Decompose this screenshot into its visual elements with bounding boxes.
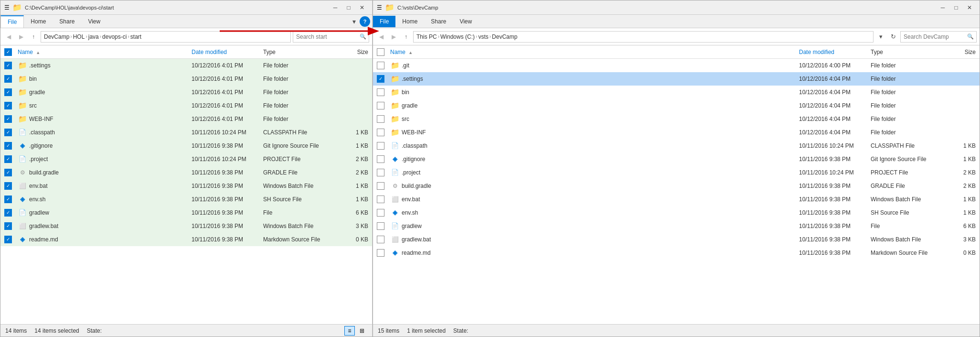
right-minimize-button[interactable]: ─ [937, 3, 949, 12]
left-details-view-btn[interactable]: ≡ [344, 326, 355, 336]
right-col-name[interactable]: Name ▲ [390, 49, 799, 55]
right-tab-share[interactable]: Share [424, 16, 453, 27]
right-window-controls: ─ □ ✕ [937, 3, 976, 12]
table-row[interactable]: ⬜ gradlew.bat 10/11/2016 9:38 PM Windows… [373, 233, 980, 246]
left-select-all-checkbox[interactable]: ✓ [4, 48, 12, 56]
right-maximize-button[interactable]: □ [950, 3, 962, 12]
row-checkbox[interactable] [377, 196, 384, 203]
right-col-date[interactable]: Date modified [799, 49, 871, 55]
row-checkbox[interactable] [377, 222, 384, 230]
row-checkbox[interactable] [377, 155, 384, 163]
table-row[interactable]: ◈ env.sh 10/11/2016 9:38 PM SH Source Fi… [373, 206, 980, 219]
table-row[interactable]: 📁 src 10/12/2016 4:04 PM File folder [373, 112, 980, 126]
table-row[interactable]: ✓ 📁 .settings 10/12/2016 4:04 PM File fo… [373, 72, 980, 86]
table-row[interactable]: ✓ 📁 bin 10/12/2016 4:01 PM File folder [0, 72, 372, 86]
row-checkbox[interactable]: ✓ [4, 182, 12, 190]
row-type: Git Ignore Source File [871, 156, 947, 163]
left-col-date[interactable]: Date modified [192, 49, 263, 55]
left-back-button[interactable]: ◀ [3, 32, 14, 42]
table-row[interactable]: ✓ 📄 gradlew 10/11/2016 9:38 PM File 6 KB [0, 206, 372, 219]
right-up-button[interactable]: ↑ [401, 32, 411, 42]
table-row[interactable]: 📄 .classpath 10/11/2016 10:24 PM CLASSPA… [373, 139, 980, 152]
row-checkbox[interactable]: ✓ [4, 196, 12, 203]
left-tab-share[interactable]: Share [53, 16, 81, 27]
table-row[interactable]: 📄 .project 10/11/2016 10:24 PM PROJECT F… [373, 166, 980, 179]
left-item-count: 14 items [5, 327, 27, 334]
left-close-button[interactable]: ✕ [356, 3, 368, 12]
row-checkbox[interactable] [377, 182, 384, 190]
row-checkbox[interactable] [377, 209, 384, 217]
right-tab-file[interactable]: File [373, 16, 395, 27]
left-help-button[interactable]: ? [360, 16, 370, 27]
right-tab-view[interactable]: View [453, 16, 479, 27]
table-row[interactable]: 📁 .git 10/12/2016 4:00 PM File folder [373, 59, 980, 72]
right-address-path-box[interactable]: This PC › Windows (C:) › vsts › DevCamp [413, 31, 873, 43]
right-back-button[interactable]: ◀ [376, 32, 386, 42]
left-search-input[interactable] [293, 31, 369, 43]
left-minimize-button[interactable]: ─ [329, 3, 341, 12]
left-tab-view[interactable]: View [81, 16, 107, 27]
table-row[interactable]: ✓ 📄 .classpath 10/11/2016 10:24 PM CLASS… [0, 126, 372, 139]
row-checkbox[interactable] [377, 142, 384, 150]
table-row[interactable]: 📁 WEB-INF 10/12/2016 4:04 PM File folder [373, 126, 980, 139]
row-checkbox[interactable]: ✓ [4, 169, 12, 176]
table-row[interactable]: ⬜ env.bat 10/11/2016 9:38 PM Windows Bat… [373, 193, 980, 206]
table-row[interactable]: ◈ .gitignore 10/11/2016 9:38 PM Git Igno… [373, 152, 980, 166]
row-checkbox[interactable] [377, 88, 384, 96]
left-col-name[interactable]: Name ▲ [18, 49, 192, 55]
right-tab-home[interactable]: Home [395, 16, 424, 27]
table-row[interactable]: ✓ ⬜ gradlew.bat 10/11/2016 9:38 PM Windo… [0, 219, 372, 233]
row-checkbox[interactable]: ✓ [4, 142, 12, 150]
table-row[interactable]: ✓ ◈ env.sh 10/11/2016 9:38 PM SH Source … [0, 193, 372, 206]
table-row[interactable]: ✓ ⚙ build.gradle 10/11/2016 9:38 PM GRAD… [0, 166, 372, 179]
table-row[interactable]: ✓ ◈ readme.md 10/11/2016 9:38 PM Markdow… [0, 233, 372, 246]
row-checkbox[interactable]: ✓ [4, 236, 12, 243]
row-checkbox[interactable]: ✓ [4, 75, 12, 83]
row-checkbox[interactable]: ✓ [4, 222, 12, 230]
row-checkbox[interactable]: ✓ [4, 102, 12, 109]
row-checkbox[interactable]: ✓ [4, 129, 12, 136]
right-search-input[interactable] [900, 31, 977, 43]
table-row[interactable]: ✓ 📁 gradle 10/12/2016 4:01 PM File folde… [0, 86, 372, 99]
left-address-path-box[interactable]: DevCamp › HOL › java › devops-ci › start [41, 31, 291, 43]
table-row[interactable]: ✓ 📁 .settings 10/12/2016 4:01 PM File fo… [0, 59, 372, 72]
left-check-all[interactable]: ✓ [4, 48, 18, 56]
table-row[interactable]: ⚙ build.gradle 10/11/2016 9:38 PM GRADLE… [373, 179, 980, 193]
table-row[interactable]: ✓ 📁 WEB-INF 10/12/2016 4:01 PM File fold… [0, 112, 372, 126]
right-check-all[interactable] [377, 48, 390, 56]
row-checkbox[interactable]: ✓ [377, 75, 384, 83]
table-row[interactable]: ✓ 📄 .project 10/11/2016 10:24 PM PROJECT… [0, 152, 372, 166]
table-row[interactable]: 📄 gradlew 10/11/2016 9:38 PM File 6 KB [373, 219, 980, 233]
table-row[interactable]: ◈ readme.md 10/11/2016 9:38 PM Markdown … [373, 246, 980, 260]
table-row[interactable]: 📁 bin 10/12/2016 4:04 PM File folder [373, 86, 980, 99]
left-up-button[interactable]: ↑ [28, 32, 39, 42]
left-tab-home[interactable]: Home [24, 16, 53, 27]
row-checkbox[interactable] [377, 249, 384, 257]
left-list-view-btn[interactable]: ⊞ [357, 326, 367, 336]
table-row[interactable]: 📁 gradle 10/12/2016 4:04 PM File folder [373, 99, 980, 112]
right-forward-button[interactable]: ▶ [388, 32, 399, 42]
row-checkbox[interactable]: ✓ [4, 155, 12, 163]
row-checkbox[interactable] [377, 236, 384, 243]
right-select-all-checkbox[interactable] [377, 48, 384, 56]
left-tab-file[interactable]: File [0, 15, 24, 28]
row-checkbox[interactable] [377, 129, 384, 136]
row-checkbox[interactable]: ✓ [4, 88, 12, 96]
row-checkbox[interactable]: ✓ [4, 209, 12, 217]
row-size: 1 KB [947, 196, 976, 203]
left-maximize-button[interactable]: □ [342, 3, 355, 12]
row-checkbox[interactable]: ✓ [4, 115, 12, 123]
row-checkbox[interactable] [377, 115, 384, 123]
right-expand-btn[interactable]: ▾ [875, 32, 886, 42]
row-checkbox[interactable] [377, 169, 384, 176]
left-ribbon-expand[interactable]: ▾ [352, 18, 360, 25]
right-close-button[interactable]: ✕ [963, 3, 976, 12]
right-refresh-btn[interactable]: ↻ [888, 32, 898, 42]
row-checkbox[interactable] [377, 62, 384, 69]
table-row[interactable]: ✓ 📁 src 10/12/2016 4:01 PM File folder [0, 99, 372, 112]
table-row[interactable]: ✓ ◈ .gitignore 10/11/2016 9:38 PM Git Ig… [0, 139, 372, 152]
table-row[interactable]: ✓ ⬜ env.bat 10/11/2016 9:38 PM Windows B… [0, 179, 372, 193]
left-forward-button[interactable]: ▶ [16, 32, 26, 42]
row-checkbox[interactable]: ✓ [4, 62, 12, 69]
row-checkbox[interactable] [377, 102, 384, 109]
